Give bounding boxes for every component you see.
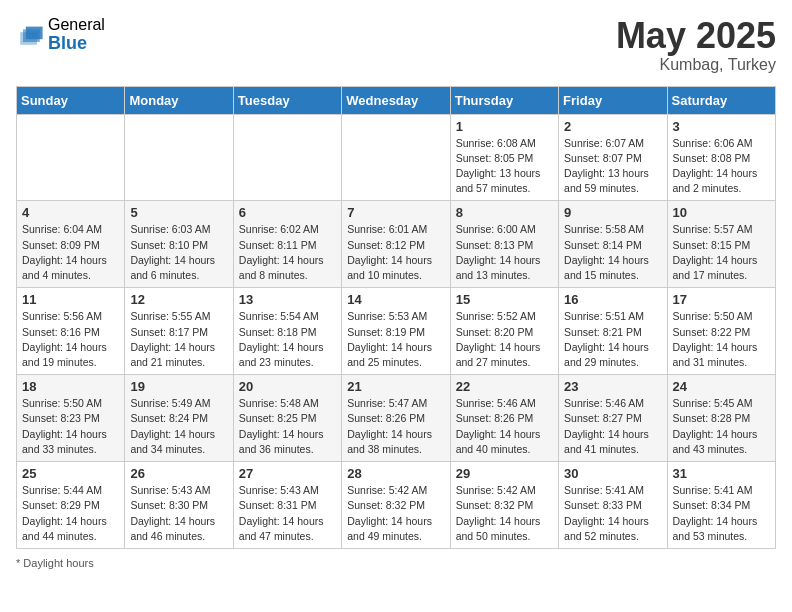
day-number: 17 [673, 292, 770, 307]
calendar-cell [17, 114, 125, 201]
day-number: 13 [239, 292, 336, 307]
week-row-1: 1Sunrise: 6:08 AM Sunset: 8:05 PM Daylig… [17, 114, 776, 201]
day-info: Sunrise: 6:02 AM Sunset: 8:11 PM Dayligh… [239, 222, 336, 283]
location-title: Kumbag, Turkey [616, 56, 776, 74]
logo-general: General [48, 16, 105, 34]
logo-blue: Blue [48, 34, 105, 54]
logo-icon [16, 21, 44, 49]
calendar-cell [342, 114, 450, 201]
calendar-cell: 21Sunrise: 5:47 AM Sunset: 8:26 PM Dayli… [342, 375, 450, 462]
day-number: 8 [456, 205, 553, 220]
calendar-cell: 12Sunrise: 5:55 AM Sunset: 8:17 PM Dayli… [125, 288, 233, 375]
calendar-cell: 7Sunrise: 6:01 AM Sunset: 8:12 PM Daylig… [342, 201, 450, 288]
calendar-cell: 29Sunrise: 5:42 AM Sunset: 8:32 PM Dayli… [450, 462, 558, 549]
week-row-2: 4Sunrise: 6:04 AM Sunset: 8:09 PM Daylig… [17, 201, 776, 288]
calendar-cell: 15Sunrise: 5:52 AM Sunset: 8:20 PM Dayli… [450, 288, 558, 375]
day-info: Sunrise: 5:57 AM Sunset: 8:15 PM Dayligh… [673, 222, 770, 283]
calendar-cell: 26Sunrise: 5:43 AM Sunset: 8:30 PM Dayli… [125, 462, 233, 549]
day-info: Sunrise: 5:48 AM Sunset: 8:25 PM Dayligh… [239, 396, 336, 457]
day-info: Sunrise: 6:07 AM Sunset: 8:07 PM Dayligh… [564, 136, 661, 197]
calendar-cell: 17Sunrise: 5:50 AM Sunset: 8:22 PM Dayli… [667, 288, 775, 375]
day-number: 10 [673, 205, 770, 220]
logo-text: General Blue [48, 16, 105, 53]
day-info: Sunrise: 5:44 AM Sunset: 8:29 PM Dayligh… [22, 483, 119, 544]
day-info: Sunrise: 5:43 AM Sunset: 8:30 PM Dayligh… [130, 483, 227, 544]
calendar-cell: 20Sunrise: 5:48 AM Sunset: 8:25 PM Dayli… [233, 375, 341, 462]
calendar-cell: 2Sunrise: 6:07 AM Sunset: 8:07 PM Daylig… [559, 114, 667, 201]
calendar-body: 1Sunrise: 6:08 AM Sunset: 8:05 PM Daylig… [17, 114, 776, 548]
logo: General Blue [16, 16, 105, 53]
calendar-cell: 3Sunrise: 6:06 AM Sunset: 8:08 PM Daylig… [667, 114, 775, 201]
day-info: Sunrise: 6:08 AM Sunset: 8:05 PM Dayligh… [456, 136, 553, 197]
calendar-cell: 18Sunrise: 5:50 AM Sunset: 8:23 PM Dayli… [17, 375, 125, 462]
day-info: Sunrise: 5:41 AM Sunset: 8:33 PM Dayligh… [564, 483, 661, 544]
day-header-friday: Friday [559, 86, 667, 114]
day-info: Sunrise: 6:03 AM Sunset: 8:10 PM Dayligh… [130, 222, 227, 283]
calendar-cell: 6Sunrise: 6:02 AM Sunset: 8:11 PM Daylig… [233, 201, 341, 288]
day-info: Sunrise: 5:46 AM Sunset: 8:27 PM Dayligh… [564, 396, 661, 457]
calendar-table: SundayMondayTuesdayWednesdayThursdayFrid… [16, 86, 776, 549]
day-info: Sunrise: 5:42 AM Sunset: 8:32 PM Dayligh… [347, 483, 444, 544]
day-info: Sunrise: 5:50 AM Sunset: 8:22 PM Dayligh… [673, 309, 770, 370]
day-info: Sunrise: 5:45 AM Sunset: 8:28 PM Dayligh… [673, 396, 770, 457]
day-number: 21 [347, 379, 444, 394]
footer-note: * Daylight hours [16, 557, 776, 569]
day-number: 11 [22, 292, 119, 307]
week-row-5: 25Sunrise: 5:44 AM Sunset: 8:29 PM Dayli… [17, 462, 776, 549]
day-info: Sunrise: 5:55 AM Sunset: 8:17 PM Dayligh… [130, 309, 227, 370]
calendar-cell [125, 114, 233, 201]
days-header-row: SundayMondayTuesdayWednesdayThursdayFrid… [17, 86, 776, 114]
calendar-cell: 27Sunrise: 5:43 AM Sunset: 8:31 PM Dayli… [233, 462, 341, 549]
day-info: Sunrise: 6:06 AM Sunset: 8:08 PM Dayligh… [673, 136, 770, 197]
day-number: 5 [130, 205, 227, 220]
day-number: 25 [22, 466, 119, 481]
day-number: 19 [130, 379, 227, 394]
month-title: May 2025 [616, 16, 776, 56]
day-number: 3 [673, 119, 770, 134]
day-info: Sunrise: 6:00 AM Sunset: 8:13 PM Dayligh… [456, 222, 553, 283]
day-number: 15 [456, 292, 553, 307]
day-info: Sunrise: 5:56 AM Sunset: 8:16 PM Dayligh… [22, 309, 119, 370]
calendar-cell: 13Sunrise: 5:54 AM Sunset: 8:18 PM Dayli… [233, 288, 341, 375]
calendar-cell: 28Sunrise: 5:42 AM Sunset: 8:32 PM Dayli… [342, 462, 450, 549]
day-number: 24 [673, 379, 770, 394]
day-number: 28 [347, 466, 444, 481]
day-header-monday: Monday [125, 86, 233, 114]
day-number: 22 [456, 379, 553, 394]
page-header: General Blue May 2025 Kumbag, Turkey [16, 16, 776, 74]
day-info: Sunrise: 6:01 AM Sunset: 8:12 PM Dayligh… [347, 222, 444, 283]
calendar-cell: 24Sunrise: 5:45 AM Sunset: 8:28 PM Dayli… [667, 375, 775, 462]
day-number: 20 [239, 379, 336, 394]
day-number: 6 [239, 205, 336, 220]
calendar-cell [233, 114, 341, 201]
calendar-cell: 4Sunrise: 6:04 AM Sunset: 8:09 PM Daylig… [17, 201, 125, 288]
calendar-cell: 19Sunrise: 5:49 AM Sunset: 8:24 PM Dayli… [125, 375, 233, 462]
day-header-sunday: Sunday [17, 86, 125, 114]
day-number: 18 [22, 379, 119, 394]
day-number: 9 [564, 205, 661, 220]
day-number: 16 [564, 292, 661, 307]
day-info: Sunrise: 5:52 AM Sunset: 8:20 PM Dayligh… [456, 309, 553, 370]
day-info: Sunrise: 5:41 AM Sunset: 8:34 PM Dayligh… [673, 483, 770, 544]
calendar-cell: 5Sunrise: 6:03 AM Sunset: 8:10 PM Daylig… [125, 201, 233, 288]
day-header-saturday: Saturday [667, 86, 775, 114]
day-info: Sunrise: 5:51 AM Sunset: 8:21 PM Dayligh… [564, 309, 661, 370]
day-info: Sunrise: 5:53 AM Sunset: 8:19 PM Dayligh… [347, 309, 444, 370]
day-number: 7 [347, 205, 444, 220]
day-info: Sunrise: 5:49 AM Sunset: 8:24 PM Dayligh… [130, 396, 227, 457]
calendar-cell: 10Sunrise: 5:57 AM Sunset: 8:15 PM Dayli… [667, 201, 775, 288]
calendar-cell: 1Sunrise: 6:08 AM Sunset: 8:05 PM Daylig… [450, 114, 558, 201]
day-number: 29 [456, 466, 553, 481]
day-number: 4 [22, 205, 119, 220]
day-info: Sunrise: 5:50 AM Sunset: 8:23 PM Dayligh… [22, 396, 119, 457]
day-info: Sunrise: 5:47 AM Sunset: 8:26 PM Dayligh… [347, 396, 444, 457]
calendar-cell: 11Sunrise: 5:56 AM Sunset: 8:16 PM Dayli… [17, 288, 125, 375]
week-row-3: 11Sunrise: 5:56 AM Sunset: 8:16 PM Dayli… [17, 288, 776, 375]
day-info: Sunrise: 5:42 AM Sunset: 8:32 PM Dayligh… [456, 483, 553, 544]
day-info: Sunrise: 6:04 AM Sunset: 8:09 PM Dayligh… [22, 222, 119, 283]
footer-note-text: Daylight hours [23, 557, 93, 569]
day-number: 12 [130, 292, 227, 307]
week-row-4: 18Sunrise: 5:50 AM Sunset: 8:23 PM Dayli… [17, 375, 776, 462]
day-header-tuesday: Tuesday [233, 86, 341, 114]
day-number: 1 [456, 119, 553, 134]
